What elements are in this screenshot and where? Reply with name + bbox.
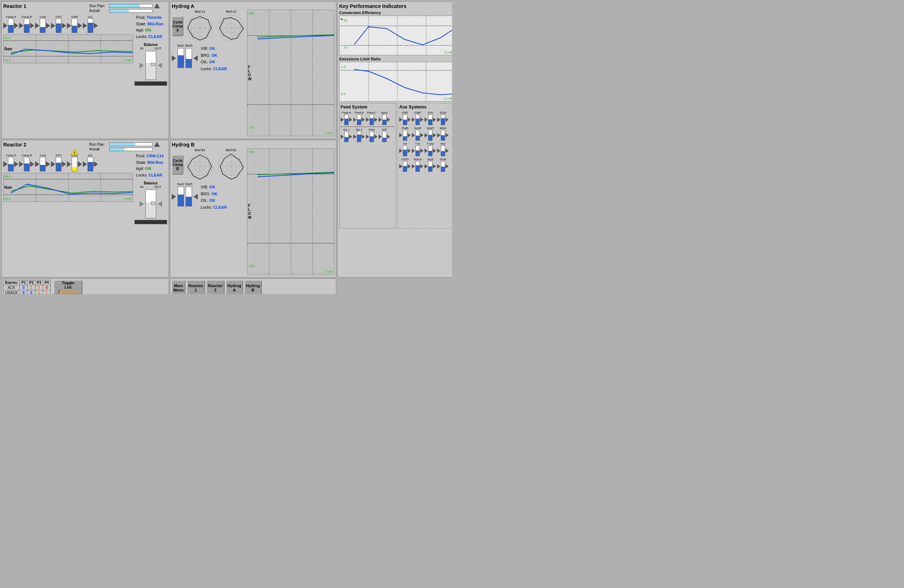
balance-tri-right-r2[interactable]: [158, 190, 162, 218]
bar-r1-cool: [40, 19, 46, 33]
tri2-r2-cpc[interactable]: [62, 161, 66, 167]
pwr: PWR: [399, 126, 411, 141]
tri-suct-a[interactable]: [172, 55, 176, 61]
bar-jup2: [428, 161, 433, 172]
tri-visc[interactable]: [437, 149, 441, 153]
tri-r2-cool[interactable]: [35, 161, 40, 167]
tri-ventp[interactable]: [412, 133, 415, 138]
tri-ventt[interactable]: [425, 133, 428, 138]
tri-r2-cpc[interactable]: [51, 161, 55, 167]
tri2-clr[interactable]: [408, 149, 411, 153]
tri-r1-crm[interactable]: [67, 23, 71, 28]
tri2-r1-cb[interactable]: [30, 23, 34, 28]
tri-pwr[interactable]: [399, 133, 403, 138]
tri2-pres[interactable]: [374, 134, 378, 139]
tri-syng[interactable]: [379, 117, 382, 122]
tri2-atv2[interactable]: [362, 134, 365, 139]
fill-dsch-a: [186, 59, 192, 68]
tri-feed-a[interactable]: [341, 117, 344, 122]
tri-r2-crm[interactable]: [67, 161, 71, 167]
tri-suct-b[interactable]: [172, 194, 176, 200]
tri-s10[interactable]: [425, 117, 428, 122]
nav-hydrog-a[interactable]: HydrogA: [226, 280, 243, 294]
tri-cwp[interactable]: [412, 117, 415, 122]
tri-s200[interactable]: [437, 117, 441, 122]
tri-r1-cpc[interactable]: [51, 23, 55, 28]
tri2-jup2[interactable]: [433, 164, 436, 169]
tri2-atv1[interactable]: [349, 134, 352, 139]
tri2-tin[interactable]: [420, 149, 424, 153]
tri2-cwt[interactable]: [408, 117, 411, 122]
tri2-r2-ca[interactable]: [14, 161, 19, 167]
tri-r1-ca[interactable]: [3, 23, 8, 28]
tri2-nulla[interactable]: [420, 164, 424, 169]
tri-r1-cool[interactable]: [35, 23, 40, 28]
tri2-r2-crm[interactable]: [78, 161, 82, 167]
s200: S200: [437, 111, 449, 125]
nav-reactor2[interactable]: Reactor2: [206, 280, 224, 294]
tri-mga[interactable]: [437, 133, 441, 138]
tri2-visc[interactable]: [446, 149, 449, 153]
ack-p2: 1: [27, 285, 35, 290]
tri2-grok[interactable]: [446, 164, 449, 169]
tri2-ventt[interactable]: [433, 133, 436, 138]
cycle-comp-a-btn[interactable]: Cycle Comp A: [172, 16, 183, 36]
balance-tri-left-r2[interactable]: [139, 190, 144, 218]
tri-r2-cb[interactable]: [19, 161, 24, 167]
tri-r2-lvl[interactable]: [83, 161, 87, 167]
tri-atv2[interactable]: [353, 134, 357, 139]
tri2-syng[interactable]: [387, 117, 390, 122]
tri2-r1-cool[interactable]: [46, 23, 50, 28]
tri-jup2[interactable]: [425, 164, 428, 169]
tri-feed-c[interactable]: [366, 117, 369, 122]
fill-r2-lvl: [88, 162, 93, 171]
nav-hydrog-b[interactable]: HydrogB: [244, 280, 262, 294]
tri2-r2-lvl[interactable]: [94, 161, 98, 167]
tri2-mga[interactable]: [446, 133, 449, 138]
tri2-pctip[interactable]: [387, 134, 390, 139]
tri2-feed-a[interactable]: [349, 117, 352, 122]
balance-tri-left-r1[interactable]: [139, 51, 144, 80]
kpi-panel: Key Performance Indicators Conversion Ef…: [337, 2, 452, 277]
tri2-r2-cb[interactable]: [30, 161, 34, 167]
tri-clr[interactable]: [399, 149, 403, 153]
tri2-feed-b[interactable]: [362, 117, 365, 122]
valve-suct-a: [177, 48, 184, 68]
tri-tout[interactable]: [425, 149, 428, 153]
nav-main-menu[interactable]: MainMenu: [171, 280, 185, 294]
cycle-comp-b-btn[interactable]: Cycle Comp B: [172, 155, 183, 175]
tri2-s10[interactable]: [433, 117, 436, 122]
tri2-r2-cool[interactable]: [46, 161, 50, 167]
tri2-c57d[interactable]: [408, 164, 411, 169]
tri-r2-ca[interactable]: [3, 161, 8, 167]
tri-r1-lvl[interactable]: [83, 23, 87, 28]
tri2-ventp[interactable]: [420, 133, 424, 138]
tri-feed-b[interactable]: [353, 117, 357, 122]
tri2-r1-cpc[interactable]: [62, 23, 66, 28]
balance-tri-right-r1[interactable]: [158, 51, 162, 80]
hydrog-a-info: VIB: OK BRG: OK OIL: OK Locks: CLEAR: [201, 45, 227, 72]
tri-pres[interactable]: [366, 134, 369, 139]
tri2-pwr[interactable]: [408, 133, 411, 138]
tri2-r1-crm[interactable]: [78, 23, 82, 28]
tri-pctip[interactable]: [379, 134, 382, 139]
tri2-r1-lvl[interactable]: [94, 23, 98, 28]
bar-r2-cb: [24, 157, 30, 171]
tri-r1-cb[interactable]: [19, 23, 24, 28]
tri-cwt[interactable]: [399, 117, 403, 122]
tri-tin[interactable]: [412, 149, 415, 153]
tri2-s200[interactable]: [446, 117, 449, 122]
nav-reactor1[interactable]: Reactor1: [186, 280, 205, 294]
tri2-tout[interactable]: [433, 149, 436, 153]
tri2-r1-ca[interactable]: [14, 23, 19, 28]
tri-atv1[interactable]: [341, 134, 344, 139]
tri-dsch-a[interactable]: [193, 55, 198, 61]
tri-dsch-b[interactable]: [193, 194, 198, 200]
toggle-btn[interactable]: Toggle List /Summary: [54, 280, 82, 294]
tri-nulla[interactable]: [412, 164, 415, 169]
tri-grok[interactable]: [437, 164, 441, 169]
tri-c57d[interactable]: [399, 164, 403, 169]
tri2-cwp[interactable]: [420, 117, 424, 122]
tri2-feed-c[interactable]: [374, 117, 378, 122]
vib-lbl-a: VIB:: [201, 46, 208, 51]
